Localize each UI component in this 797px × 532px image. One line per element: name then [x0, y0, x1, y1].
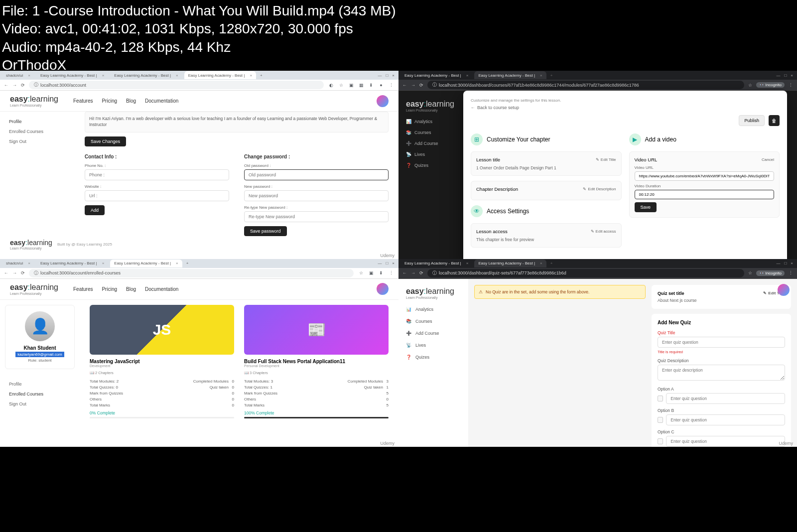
option-a-input[interactable] — [666, 393, 785, 404]
nav-pricing[interactable]: Pricing — [102, 98, 117, 104]
minimize-icon[interactable]: — — [378, 261, 382, 266]
menu-icon[interactable]: ⋮ — [388, 82, 395, 89]
back-icon[interactable]: ← — [4, 83, 8, 88]
close-icon[interactable]: × — [28, 73, 30, 78]
edit-desc-button[interactable]: ✎Edit Description — [583, 187, 616, 191]
delete-button[interactable]: 🗑 — [769, 115, 780, 126]
nav-features[interactable]: Features — [73, 98, 93, 104]
save-button[interactable]: Save — [635, 202, 657, 212]
close-icon[interactable]: × — [250, 73, 252, 78]
old-pw-input[interactable] — [244, 169, 389, 180]
sidebar-signout[interactable]: Sign Out — [5, 136, 70, 146]
close-icon[interactable]: × — [392, 73, 395, 78]
close-icon[interactable]: × — [102, 73, 105, 78]
reload-icon[interactable]: ⟳ — [21, 83, 25, 88]
tab-shadcn[interactable]: shadcn/ui× — [2, 71, 34, 79]
tab-ela-active[interactable]: Easy Learning Academy - Best |× — [184, 71, 256, 79]
url-input[interactable]: ⓘlocalhost:3000/account — [29, 81, 324, 89]
nav-blog[interactable]: Blog — [126, 286, 136, 292]
sidebar-analytics[interactable]: 📊Analytics — [398, 116, 458, 127]
new-tab-icon[interactable]: + — [186, 261, 189, 266]
tab-ela-1[interactable]: Easy Learning Academy - Best |× — [400, 71, 472, 79]
close-icon[interactable]: × — [392, 261, 395, 266]
publish-button[interactable]: Publish — [739, 115, 765, 126]
add-button[interactable]: Add — [85, 205, 105, 215]
forward-icon[interactable]: → — [411, 270, 415, 275]
reload-icon[interactable]: ⟳ — [21, 270, 25, 275]
sidebar-signout[interactable]: Sign Out — [5, 399, 70, 409]
tab-ela-2[interactable]: Easy Learning Academy - Best |× — [474, 71, 546, 79]
new-tab-icon[interactable]: + — [550, 73, 553, 78]
menu-icon[interactable]: ⋮ — [789, 270, 793, 275]
tab-ela-1[interactable]: Easy Learning Academy - Best |× — [36, 71, 108, 79]
user-avatar[interactable] — [778, 284, 790, 296]
retype-pw-input[interactable] — [244, 211, 389, 222]
phone-input[interactable] — [85, 169, 229, 180]
quiz-desc-input[interactable] — [658, 365, 785, 381]
maximize-icon[interactable]: □ — [784, 261, 787, 266]
nav-docs[interactable]: Documentation — [145, 98, 178, 104]
forward-icon[interactable]: → — [12, 83, 17, 88]
star-icon[interactable]: ☆ — [358, 269, 365, 276]
extension-icon[interactable]: ▦ — [358, 82, 365, 89]
forward-icon[interactable]: → — [12, 270, 17, 275]
logo[interactable]: easy:learningLearn Professionally — [10, 283, 58, 295]
url-input[interactable]: ⓘlocalhost:3000/account/enrolled-courses — [29, 269, 354, 277]
extension-icon[interactable]: ▣ — [348, 82, 355, 89]
reload-icon[interactable]: ⟳ — [419, 83, 423, 88]
quiz-title-input[interactable] — [658, 337, 785, 348]
user-avatar[interactable] — [377, 283, 389, 295]
maximize-icon[interactable]: □ — [784, 73, 787, 78]
sidebar-lives[interactable]: 📡Lives — [398, 339, 468, 351]
nav-docs[interactable]: Documentation — [145, 286, 178, 292]
logo[interactable]: easy:learningLearn Professionally — [406, 100, 451, 112]
profile-icon[interactable]: ● — [378, 82, 385, 89]
nav-blog[interactable]: Blog — [126, 98, 136, 104]
close-icon[interactable]: × — [540, 261, 542, 266]
close-icon[interactable]: × — [466, 73, 469, 78]
star-icon[interactable]: ☆ — [748, 270, 752, 275]
url-input[interactable]: ⓘlocalhost:3000/dashboard/courses/677af1… — [427, 81, 744, 89]
option-b-input[interactable] — [666, 414, 785, 425]
forward-icon[interactable]: → — [411, 83, 415, 88]
sidebar-quizes[interactable]: ❓Quizes — [398, 160, 458, 171]
course-card[interactable]: 📰 Build Full Stack News Portal Applicati… — [244, 305, 389, 447]
edit-access-button[interactable]: ✎Edit access — [591, 229, 616, 234]
save-pw-button[interactable]: Save password — [244, 226, 287, 236]
extension-icon[interactable]: ◐ — [328, 82, 335, 89]
website-input[interactable] — [85, 190, 229, 201]
sidebar-quizes[interactable]: ❓Quizes — [398, 351, 468, 363]
sidebar-courses[interactable]: 📚Courses — [398, 315, 468, 327]
close-icon[interactable]: × — [102, 261, 105, 266]
reload-icon[interactable]: ⟳ — [419, 270, 423, 275]
tab-ela-2[interactable]: Easy Learning Academy - Best |× — [474, 260, 546, 267]
close-icon[interactable]: × — [176, 73, 178, 78]
sidebar-add-course[interactable]: ➕Add Course — [398, 327, 468, 339]
sidebar-profile[interactable]: Profile — [5, 379, 70, 389]
menu-icon[interactable]: ⋮ — [388, 269, 395, 276]
tab-ela-1[interactable]: Easy Learning Academy - Best |× — [36, 260, 108, 267]
menu-icon[interactable]: ⋮ — [789, 83, 793, 88]
back-link[interactable]: ←Back to course setup — [471, 105, 780, 110]
minimize-icon[interactable]: — — [776, 73, 780, 78]
sidebar-add-course[interactable]: ➕Add Course — [398, 138, 458, 149]
new-pw-input[interactable] — [244, 190, 389, 201]
close-icon[interactable]: × — [466, 261, 469, 266]
sidebar-enrolled[interactable]: Enrolled Courses — [5, 127, 70, 136]
video-url-input[interactable] — [635, 171, 775, 181]
back-icon[interactable]: ← — [402, 270, 407, 275]
option-c-input[interactable] — [666, 436, 785, 447]
close-icon[interactable]: × — [540, 73, 542, 78]
sidebar-courses[interactable]: 📚Courses — [398, 127, 458, 138]
tab-ela-1[interactable]: Easy Learning Academy - Best |× — [400, 260, 472, 267]
back-icon[interactable]: ← — [402, 83, 407, 88]
maximize-icon[interactable]: □ — [386, 261, 388, 266]
url-input[interactable]: ⓘlocalhost:3000/dashboard/quiz-sets/677a… — [427, 269, 744, 277]
minimize-icon[interactable]: — — [776, 261, 780, 266]
video-duration-input[interactable] — [635, 190, 775, 199]
nav-pricing[interactable]: Pricing — [102, 286, 117, 292]
new-tab-icon[interactable]: + — [260, 73, 263, 78]
option-c-checkbox[interactable] — [658, 438, 663, 444]
star-icon[interactable]: ☆ — [748, 83, 752, 88]
tab-ela-2[interactable]: Easy Learning Academy - Best |× — [110, 260, 182, 267]
